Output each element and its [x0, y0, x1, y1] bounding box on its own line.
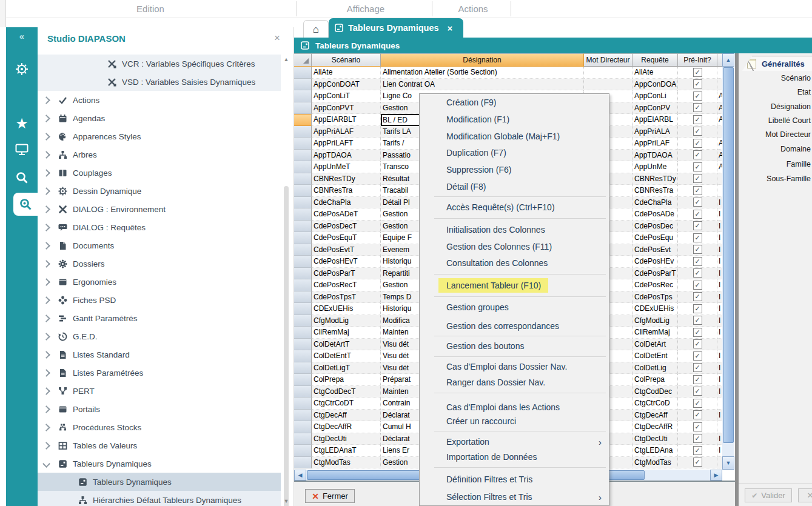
cell-requete[interactable]: CliRemMaj [632, 327, 678, 339]
menu-item-initialisation-des-colonnes[interactable]: Initialisation des Colonnes [420, 222, 609, 238]
cell-scenario[interactable]: CdePosEquT [312, 232, 381, 244]
cell-scenario[interactable]: CtgModTas [312, 457, 381, 469]
pre-init-checkbox[interactable]: ✓ [693, 257, 702, 266]
row-selector[interactable] [294, 350, 312, 362]
cell-scenario[interactable]: ColDetArtT [312, 339, 381, 351]
pre-init-checkbox[interactable]: ✓ [693, 446, 702, 455]
chevron-right-icon[interactable] [42, 242, 50, 250]
pre-init-checkbox[interactable]: ✓ [693, 351, 702, 361]
fermer-button[interactable]: ✕ Fermer [305, 489, 355, 503]
pre-init-checkbox[interactable]: ✓ [693, 127, 702, 136]
sidebar-item-dossiers[interactable]: Dossiers [38, 255, 281, 273]
sidebar-item-vcr-variables-sp-cifiques-crit-res[interactable]: VCR : Variables Spécifiques Critères [38, 55, 281, 73]
grid-vertical-scrollbar[interactable]: ▲ ▼ [722, 53, 734, 470]
cell-requete[interactable]: ColPrepa [632, 374, 678, 386]
row-selector[interactable] [294, 362, 312, 375]
table-row[interactable]: AliAteAlimentation Atelier (Sortie Secti… [294, 67, 722, 79]
sidebar-item-hi-rarchies-d-faut-tableurs-dynamiques[interactable]: Hiérarchies Défaut Tableurs Dynamiques [38, 491, 281, 506]
pre-init-checkbox[interactable]: ✓ [693, 103, 702, 112]
chevron-right-icon[interactable] [42, 169, 50, 177]
menu-item-modification-globale-maj-f1[interactable]: Modification Globale (Maj+F1) [420, 128, 609, 144]
pre-init-checkbox[interactable]: ✓ [693, 410, 702, 419]
column-header-mot-directeur[interactable]: Mot Directeur [584, 53, 632, 67]
chevron-right-icon[interactable] [42, 224, 50, 231]
row-selector[interactable] [294, 185, 312, 197]
cell-scenario[interactable]: CtgCtrCoDT [312, 398, 381, 410]
cell-scenario[interactable]: AppConPVT [312, 102, 381, 115]
chevron-right-icon[interactable] [42, 115, 50, 122]
sidebar-item-proc-dures-stocks[interactable]: Procédures Stocks [38, 418, 281, 436]
pre-init-checkbox[interactable]: ✓ [693, 162, 702, 171]
cell-requete[interactable]: CtgDecUti [632, 433, 678, 445]
cell-scenario[interactable]: AppConDOAT [312, 79, 381, 91]
cell-requete[interactable]: ColDetLig [632, 362, 678, 375]
chevron-right-icon[interactable] [42, 151, 50, 159]
cell-requete[interactable]: CDExUEHis [632, 303, 678, 315]
column-header-sc-nario[interactable]: Scénario [312, 53, 381, 67]
row-selector[interactable] [294, 244, 312, 256]
scroll-right-icon[interactable]: ▶ [710, 470, 722, 481]
cell-scenario[interactable]: CDExUEHis [312, 303, 381, 315]
row-selector[interactable] [294, 114, 312, 126]
search-icon[interactable] [6, 171, 38, 187]
tab-close-icon[interactable]: × [448, 23, 453, 33]
chevron-right-icon[interactable] [42, 260, 50, 268]
star-favorites-icon[interactable]: ★ [6, 115, 38, 132]
cell-requete[interactable]: CdePosDec [632, 221, 678, 233]
menu-item-ranger-dans-dossier-nav[interactable]: Ranger dans Dossier Nav. [420, 375, 609, 390]
row-selector[interactable] [294, 315, 312, 327]
cell-requete[interactable]: CdePosEqu [632, 232, 678, 244]
sidebar-item-fiches-psd[interactable]: Fiches PSD [38, 291, 281, 309]
menu-tab-affichage[interactable]: Affichage [347, 4, 384, 14]
cell-scenario[interactable]: CBNResTDy [312, 173, 381, 185]
pre-init-checkbox[interactable]: ✓ [693, 363, 702, 372]
row-selector[interactable] [294, 67, 312, 79]
row-selector[interactable] [294, 291, 312, 304]
cell-requete[interactable]: AppPriALA [632, 126, 678, 138]
pre-init-checkbox[interactable]: ✓ [693, 150, 702, 159]
tab-generalites[interactable]: Généralités [742, 56, 812, 71]
cell-requete[interactable]: AppEIARBL [632, 114, 678, 126]
sidebar-item-actions[interactable]: Actions [38, 91, 281, 109]
sidebar-item-g-e-d[interactable]: G.E.D. [38, 327, 281, 345]
collapse-sidebar-icon[interactable]: « [6, 31, 38, 41]
vertical-scroll-thumb[interactable] [723, 67, 734, 443]
row-selector[interactable] [294, 256, 312, 268]
row-selector[interactable] [294, 150, 312, 162]
row-selector[interactable] [294, 126, 312, 138]
pre-init-checkbox[interactable]: ✓ [693, 422, 702, 431]
menu-item-cr-ation-f9[interactable]: Création (F9) [420, 95, 609, 110]
menu-item-importation-de-donn-es[interactable]: Importation de Données [420, 449, 609, 465]
row-selector[interactable] [294, 433, 312, 445]
cell-requete[interactable]: CdePosADe [632, 208, 678, 221]
row-selector[interactable] [294, 339, 312, 351]
pre-init-checkbox[interactable]: ✓ [693, 68, 702, 77]
cell-scenario[interactable]: AppConLiT [312, 90, 381, 102]
cell-requete[interactable]: CBNResTDy [632, 173, 678, 185]
row-selector[interactable] [294, 303, 312, 315]
cell-designation[interactable]: Alimentation Atelier (Sortie Section) [381, 67, 584, 79]
menu-item-modification-f1[interactable]: Modification (F1) [420, 112, 609, 127]
cell-scenario[interactable]: CtgDecAff [312, 410, 381, 422]
sidebar-item-documents[interactable]: Documents [38, 236, 281, 255]
sidebar-item-dialog-environnement[interactable]: DIALOG : Environnement [38, 200, 281, 218]
menu-item-consultation-des-colonnes[interactable]: Consultation des Colonnes [420, 255, 609, 271]
row-selector[interactable] [294, 79, 312, 91]
cell-requete[interactable]: AppPriLAF [632, 138, 678, 150]
row-selector[interactable] [294, 232, 312, 244]
cell-scenario[interactable]: AppTDAOA [312, 150, 381, 162]
row-selector[interactable] [294, 445, 312, 457]
scroll-down-icon[interactable]: ▼ [722, 456, 734, 470]
tab-tableurs-dynamiques[interactable]: Tableurs Dynamiques × [329, 18, 463, 38]
menu-item-acc-s-requ-te-s-ctrl-f10[interactable]: Accès Requête(s) (Ctrl+F10) [420, 199, 609, 215]
pre-init-checkbox[interactable]: ✓ [693, 198, 702, 207]
cell-requete[interactable]: AppConLi [632, 90, 678, 102]
menu-item-d-finition-filtres-et-tris[interactable]: Définition Filtres et Tris [420, 471, 609, 487]
pre-init-checkbox[interactable]: ✓ [693, 115, 702, 124]
cell-scenario[interactable]: CdePosParT [312, 268, 381, 280]
menu-item-gestion-groupes[interactable]: Gestion groupes [420, 299, 609, 315]
cell-requete[interactable]: AppConDOA [632, 79, 678, 91]
sidebar-item-dialog-requ-tes[interactable]: DIALOG : Requêtes [38, 218, 281, 236]
cell-scenario[interactable]: CdeChaPla [312, 197, 381, 209]
pre-init-checkbox[interactable]: ✓ [693, 387, 702, 396]
